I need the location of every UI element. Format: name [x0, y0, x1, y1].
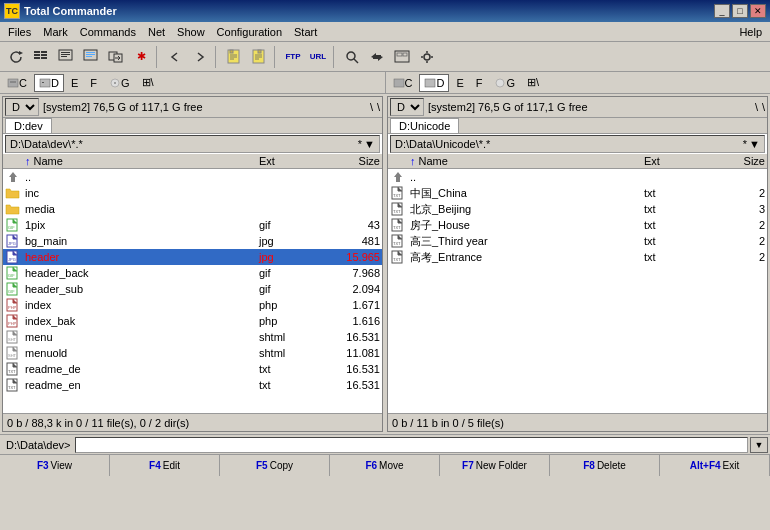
fkey-f5[interactable]: F5Copy [220, 455, 330, 476]
forward-button[interactable] [188, 46, 212, 68]
svg-text:TXT: TXT [8, 369, 16, 374]
cmdline-input[interactable] [75, 437, 748, 453]
menu-show[interactable]: Show [171, 24, 211, 40]
file-size: 2 [697, 219, 767, 231]
list-item[interactable]: .. [388, 169, 767, 185]
left-file-list[interactable]: .. inc media GIF 1pix gif 43 JPG bg_main… [3, 169, 382, 413]
fkey-f8[interactable]: F8Delete [550, 455, 660, 476]
list-item[interactable]: GIF 1pix gif 43 [3, 217, 382, 233]
list-item[interactable]: JPG bg_main jpg 481 [3, 233, 382, 249]
left-col-name[interactable]: ↑ Name [21, 155, 257, 167]
right-drive-e[interactable]: E [451, 74, 468, 92]
list-item[interactable]: PHP index php 1.671 [3, 297, 382, 313]
find-button[interactable] [340, 46, 364, 68]
fkey-f3[interactable]: F3View [0, 455, 110, 476]
pack-button[interactable] [222, 46, 246, 68]
file-icon-gif: GIF [5, 281, 21, 297]
fkey-alt-f4[interactable]: Alt+F4Exit [660, 455, 770, 476]
menu-commands[interactable]: Commands [74, 24, 142, 40]
left-drive-select[interactable]: D [5, 98, 39, 116]
unpack-button[interactable] [247, 46, 271, 68]
svg-text:SHT: SHT [8, 337, 17, 342]
copy-files-button[interactable] [104, 46, 128, 68]
list-item[interactable]: SHT menu shtml 16.531 [3, 329, 382, 345]
ftp-button[interactable]: FTP [281, 46, 305, 68]
right-drive-g[interactable]: G [489, 74, 520, 92]
back-button[interactable] [163, 46, 187, 68]
right-path: D:\Data\Unicode\*.* [395, 138, 490, 150]
right-path-dropdown[interactable]: ▼ [749, 138, 760, 150]
menu-mark[interactable]: Mark [37, 24, 73, 40]
file-size: 2 [697, 187, 767, 199]
list-item[interactable]: GIF header_back gif 7.968 [3, 265, 382, 281]
menu-configuration[interactable]: Configuration [211, 24, 288, 40]
right-col-size[interactable]: Size [697, 155, 767, 167]
left-path-bar: D:\Data\dev\*.* * ▼ [5, 135, 380, 153]
svg-point-36 [114, 82, 116, 84]
close-button[interactable]: ✕ [750, 4, 766, 18]
view2-button[interactable] [79, 46, 103, 68]
file-icon-php: PHP [5, 297, 21, 313]
menu-help[interactable]: Help [733, 24, 768, 40]
left-drive-e[interactable]: E [66, 74, 83, 92]
right-panel-tab[interactable]: D:Unicode [390, 118, 459, 133]
fkey-f6[interactable]: F6Move [330, 455, 440, 476]
toolbar-sep4 [333, 46, 337, 68]
star-button[interactable]: ✱ [129, 46, 153, 68]
left-drivebar: C D E F G ⊞\ [0, 72, 386, 93]
right-drive-c[interactable]: C [388, 74, 418, 92]
list-item[interactable]: TXT 北京_Beijing txt 3 [388, 201, 767, 217]
right-drive-info: [system2] 76,5 G of 117,1 G free [424, 101, 755, 113]
right-col-ext[interactable]: Ext [642, 155, 697, 167]
file-size: 2 [697, 251, 767, 263]
refresh-button[interactable] [4, 46, 28, 68]
left-drive-c[interactable]: C [2, 74, 32, 92]
list-item[interactable]: TXT 中国_China txt 2 [388, 185, 767, 201]
url-button[interactable]: URL [306, 46, 330, 68]
left-col-ext[interactable]: Ext [257, 155, 312, 167]
right-drive-d[interactable]: D [419, 74, 449, 92]
svg-rect-9 [61, 54, 70, 55]
right-col-name[interactable]: ↑ Name [406, 155, 642, 167]
left-path-dropdown[interactable]: ▼ [364, 138, 375, 150]
list-item[interactable]: SHT menuold shtml 11.081 [3, 345, 382, 361]
list-item[interactable]: JPG header jpg 15.965 [3, 249, 382, 265]
menu-net[interactable]: Net [142, 24, 171, 40]
right-drive-net[interactable]: ⊞\ [522, 74, 544, 92]
view1-button[interactable] [54, 46, 78, 68]
list-item[interactable]: GIF header_sub gif 2.094 [3, 281, 382, 297]
left-col-size[interactable]: Size [312, 155, 382, 167]
brief-view-button[interactable] [29, 46, 53, 68]
menu-start[interactable]: Start [288, 24, 323, 40]
menu-files[interactable]: Files [2, 24, 37, 40]
list-item[interactable]: TXT readme_en txt 16.531 [3, 377, 382, 393]
right-drive-select[interactable]: D [390, 98, 424, 116]
left-panel-tab[interactable]: D:dev [5, 118, 52, 133]
sync-button[interactable] [365, 46, 389, 68]
right-file-list[interactable]: .. TXT 中国_China txt 2 TXT 北京_Beijing txt… [388, 169, 767, 413]
file-icon-up [5, 169, 21, 185]
minimize-button[interactable]: _ [714, 4, 730, 18]
svg-rect-6 [41, 57, 47, 59]
right-path-filter: * [743, 138, 747, 150]
list-item[interactable]: TXT 高三_Third year txt 2 [388, 233, 767, 249]
config-button[interactable] [415, 46, 439, 68]
list-item[interactable]: media [3, 201, 382, 217]
list-item[interactable]: inc [3, 185, 382, 201]
list-item[interactable]: .. [3, 169, 382, 185]
list-item[interactable]: PHP index_bak php 1.616 [3, 313, 382, 329]
left-drive-net[interactable]: ⊞\ [137, 74, 159, 92]
fkey-f7[interactable]: F7New Folder [440, 455, 550, 476]
maximize-button[interactable]: □ [732, 4, 748, 18]
list-item[interactable]: TXT 高考_Entrance txt 2 [388, 249, 767, 265]
file-icon-shtml: SHT [5, 329, 21, 345]
left-drive-f[interactable]: F [85, 74, 102, 92]
fkey-f4[interactable]: F4Edit [110, 455, 220, 476]
left-drive-d[interactable]: D [34, 74, 64, 92]
cmdline-dropdown-button[interactable]: ▼ [750, 437, 768, 453]
right-drive-f[interactable]: F [471, 74, 488, 92]
select-button[interactable] [390, 46, 414, 68]
list-item[interactable]: TXT 房子_House txt 2 [388, 217, 767, 233]
list-item[interactable]: TXT readme_de txt 16.531 [3, 361, 382, 377]
left-drive-g[interactable]: G [104, 74, 135, 92]
